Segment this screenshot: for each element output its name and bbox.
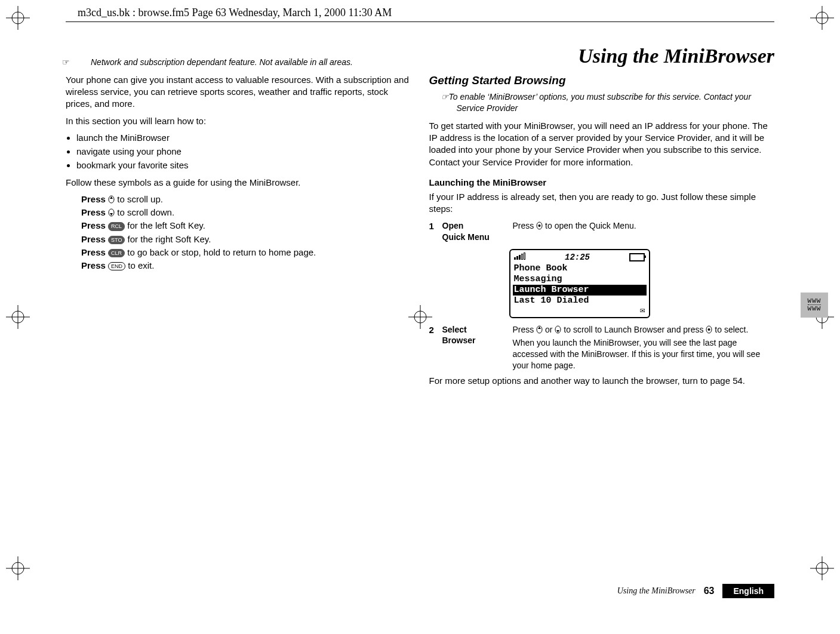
running-header: m3cd_us.bk : browse.fm5 Page 63 Wednesda… bbox=[66, 6, 774, 21]
press-label: Press bbox=[81, 207, 106, 217]
press-text: to go back or stop, hold to return to ho… bbox=[127, 247, 316, 257]
menu-line-highlighted: Launch Browser bbox=[513, 285, 647, 296]
note-icon: ☞ bbox=[441, 92, 449, 101]
sto-key-icon: STO bbox=[108, 236, 125, 244]
section-heading: Getting Started Browsing bbox=[429, 74, 775, 88]
step-label-line: Open bbox=[442, 220, 509, 232]
step-label-line: Browser bbox=[442, 335, 509, 346]
left-column: ☞Network and subscription dependant feat… bbox=[66, 27, 411, 392]
follow-para: Follow these symbols as a guide for usin… bbox=[66, 177, 411, 189]
signal-icon bbox=[514, 252, 525, 263]
press-line-right-softkey: Press STO for the right Soft Key. bbox=[81, 233, 411, 245]
svg-marker-24 bbox=[110, 213, 113, 216]
press-label: Press bbox=[81, 260, 106, 270]
battery-icon bbox=[629, 253, 645, 261]
thumb-tab-label: WWW bbox=[808, 298, 821, 304]
press-line-left-softkey: Press RCL for the left Soft Key. bbox=[81, 220, 411, 232]
press-text: for the left Soft Key. bbox=[127, 220, 205, 230]
subscribe-note: ☞To enable ‘MiniBrowser’ options, you mu… bbox=[429, 91, 775, 114]
crop-mark bbox=[6, 305, 30, 329]
list-item: launch the MiniBrowser bbox=[76, 132, 411, 144]
press-text: for the right Soft Key. bbox=[128, 234, 211, 244]
list-item: navigate using your phone bbox=[76, 146, 411, 158]
intro-para-2: In this section you will learn how to: bbox=[66, 115, 411, 127]
crop-mark bbox=[810, 6, 834, 30]
svg-marker-22 bbox=[110, 196, 113, 199]
step-body: Press to open the Quick Menu. bbox=[513, 220, 775, 232]
note-text: To enable ‘MiniBrowser’ options, you mus… bbox=[449, 92, 752, 113]
svg-marker-28 bbox=[538, 327, 541, 329]
steps: 1 Open Quick Menu Press to bbox=[429, 220, 775, 371]
crop-mark bbox=[810, 556, 834, 580]
step-2: 2 Select Browser Press bbox=[429, 324, 775, 372]
press-label: Press bbox=[81, 247, 106, 257]
thumb-tab: WWW WWW bbox=[801, 293, 828, 318]
press-line-up: Press to scroll up. bbox=[81, 193, 411, 205]
scroll-up-icon bbox=[108, 194, 117, 204]
step-text-a: Press bbox=[513, 221, 537, 230]
step-text: When you launch the MiniBrowser, you wil… bbox=[513, 337, 775, 371]
press-line-end: Press END to exit. bbox=[81, 260, 411, 272]
menu-line: Messaging bbox=[514, 274, 645, 285]
end-key-icon: END bbox=[108, 262, 125, 270]
select-key-icon bbox=[706, 325, 715, 334]
footer-title: Using the MiniBrowser bbox=[617, 587, 696, 595]
step-text: Press bbox=[513, 325, 537, 334]
scroll-down-icon bbox=[555, 325, 564, 334]
crop-mark bbox=[6, 556, 30, 580]
step-text-b: to open the Quick Menu. bbox=[545, 221, 636, 230]
press-line-clr: Press CLR to go back or stop, hold to re… bbox=[81, 247, 411, 258]
header-rule bbox=[66, 21, 774, 22]
select-key-icon bbox=[536, 221, 545, 230]
step-label: Open Quick Menu bbox=[442, 220, 513, 243]
svg-point-26 bbox=[539, 224, 541, 227]
intro-para-1: Your phone can give you instant access t… bbox=[66, 74, 411, 110]
clr-key-icon: CLR bbox=[108, 249, 125, 257]
feature-note: ☞Network and subscription dependant feat… bbox=[66, 57, 411, 68]
step-text: to scroll to Launch Browser and press bbox=[564, 325, 706, 334]
phone-screen: 12:25 Phone Book Messaging Launch Browse… bbox=[509, 249, 650, 318]
press-text: to exit. bbox=[128, 260, 154, 270]
svg-marker-30 bbox=[556, 330, 559, 333]
feature-list: launch the MiniBrowser navigate using yo… bbox=[66, 132, 411, 172]
menu-line: Phone Book bbox=[514, 263, 645, 274]
menu-line: Last 10 Dialed bbox=[514, 296, 645, 306]
language-label: English bbox=[722, 584, 774, 598]
ip-para: To get started with your MiniBrowser, yo… bbox=[429, 120, 775, 168]
page-title: Using the MiniBrowser bbox=[429, 45, 775, 67]
press-line-down: Press to scroll down. bbox=[81, 207, 411, 218]
thumb-tab-label: WWW bbox=[808, 304, 821, 312]
mail-icon: ✉ bbox=[514, 306, 645, 315]
press-label: Press bbox=[81, 234, 106, 244]
step-text: to select. bbox=[715, 325, 748, 334]
step-label-line: Quick Menu bbox=[442, 232, 509, 243]
press-text: to scroll down. bbox=[117, 207, 174, 217]
step-number: 1 bbox=[429, 220, 442, 232]
list-item: bookmark your favorite sites bbox=[76, 159, 411, 171]
step-text: or bbox=[545, 325, 555, 334]
footer: Using the MiniBrowser 63 English bbox=[617, 584, 774, 598]
page-number: 63 bbox=[704, 586, 715, 596]
svg-point-32 bbox=[708, 328, 710, 331]
rcl-key-icon: RCL bbox=[108, 222, 125, 230]
status-bar: 12:25 bbox=[514, 252, 645, 263]
sub-para: If your IP address is already set, then … bbox=[429, 191, 775, 216]
right-column: Using the MiniBrowser Getting Started Br… bbox=[429, 27, 775, 392]
step-label-line: Select bbox=[442, 324, 509, 336]
scroll-up-icon bbox=[536, 325, 545, 334]
scroll-down-icon bbox=[108, 207, 117, 217]
step-body: Press or bbox=[513, 324, 775, 372]
press-text: to scroll up. bbox=[117, 194, 163, 204]
press-label: Press bbox=[81, 194, 106, 204]
subsection-heading: Launching the MiniBrowser bbox=[429, 177, 775, 189]
clock: 12:25 bbox=[565, 252, 590, 263]
note-text: Network and subscription dependant featu… bbox=[91, 57, 353, 67]
crop-mark bbox=[6, 6, 30, 30]
step-1: 1 Open Quick Menu Press to bbox=[429, 220, 775, 243]
closing-para: For more setup options and another way t… bbox=[429, 375, 775, 387]
step-label: Select Browser bbox=[442, 324, 513, 347]
press-label: Press bbox=[81, 220, 106, 230]
note-icon: ☞ bbox=[78, 57, 91, 68]
step-number: 2 bbox=[429, 324, 442, 336]
